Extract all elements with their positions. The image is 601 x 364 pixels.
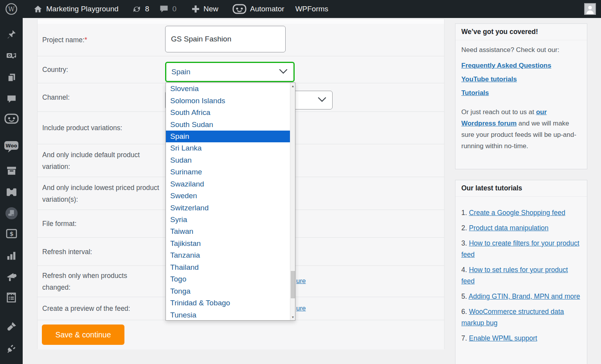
wpforms-menu[interactable]: WPForms [290, 0, 333, 18]
receipt-badge-icon[interactable] [0, 207, 23, 219]
country-dropdown-list: Slovenia Solomon Islands South Africa So… [166, 82, 295, 321]
tutorials-box: Our latest tutorials 1. Create a Google … [455, 180, 587, 364]
help-box: We’ve got you covered! Need assistance? … [455, 23, 587, 169]
robot-icon [232, 4, 247, 14]
faq-link[interactable]: Frequently Asked Questions [461, 62, 581, 70]
country-option[interactable]: Swaziland [166, 178, 290, 190]
updates-count: 8 [145, 5, 149, 13]
country-option[interactable]: Slovenia [166, 83, 290, 95]
country-option[interactable]: South Sudan [166, 118, 290, 130]
help-box-title: We’ve got you covered! [455, 24, 587, 40]
country-option[interactable]: Taiwan [166, 226, 290, 237]
updates-menu[interactable]: 8 [127, 0, 155, 18]
site-menu[interactable]: Marketing Playground [28, 0, 124, 18]
money-icon[interactable]: $ [0, 228, 23, 239]
country-option[interactable]: Suriname [166, 166, 290, 178]
channel-label: Channel: [38, 91, 167, 103]
country-option-selected[interactable]: Spain [166, 131, 290, 142]
woo-icon[interactable]: Woo [0, 141, 23, 152]
country-option[interactable]: Sweden [166, 190, 290, 202]
country-option[interactable]: Tonga [166, 285, 290, 297]
megaphone-icon[interactable] [0, 271, 23, 283]
scroll-up-icon[interactable]: ▲ [290, 83, 295, 89]
comment-bubble-icon [159, 5, 169, 13]
feature-link-partial[interactable]: ure [296, 277, 306, 285]
country-option[interactable]: Tanzania [166, 249, 290, 261]
country-option[interactable]: Togo [166, 273, 290, 285]
project-name-label: Project name:* [38, 34, 167, 46]
help-intro-text: Need assistance? Check out our: [461, 46, 581, 54]
scroll-down-icon[interactable]: ▼ [290, 314, 295, 320]
country-option[interactable]: Sudan [166, 154, 290, 166]
bar-chart-icon[interactable] [0, 250, 23, 262]
dropdown-scrollbar[interactable]: ▲ ▼ [290, 83, 295, 320]
media-icon[interactable] [0, 50, 23, 62]
scrollbar-thumb[interactable] [291, 271, 295, 298]
feature-link-partial[interactable]: ure [296, 305, 306, 312]
automator-menu[interactable]: Automator [227, 0, 290, 18]
default-variation-label: And only include default product variati… [38, 149, 155, 172]
wordpress-logo-icon: W [5, 3, 18, 15]
tutorial-link[interactable]: Adding GTIN, Brand, MPN and more [469, 292, 580, 300]
tutorial-item: 1. Create a Google Shopping feed [461, 207, 581, 219]
home-icon [33, 4, 43, 14]
country-option[interactable]: Switzerland [166, 202, 290, 213]
plug-icon[interactable] [0, 342, 23, 354]
tutorial-link[interactable]: WooCommerce structured data markup bug [461, 308, 564, 327]
form-icon[interactable] [0, 292, 23, 303]
new-content-menu[interactable]: New [186, 0, 223, 18]
new-label: New [203, 5, 218, 13]
tutorial-item: 5. Adding GTIN, Brand, MPN and more [461, 291, 581, 302]
wordpress-logo-menu[interactable]: W [0, 0, 23, 18]
country-option[interactable]: Trinidad & Tobago [166, 297, 290, 309]
tutorial-link[interactable]: Create a Google Shopping feed [469, 209, 565, 217]
updates-icon [132, 5, 142, 14]
country-option[interactable]: Tunesia [166, 309, 290, 320]
country-option[interactable]: Tajikistan [166, 238, 290, 249]
pushpin-icon[interactable] [0, 28, 23, 40]
save-continue-button[interactable]: Save & continue [42, 325, 124, 345]
file-format-label: File format: [38, 218, 167, 230]
tutorial-item: 6. WooCommerce structured data markup bu… [461, 306, 581, 329]
country-option[interactable]: Sri Lanka [166, 142, 290, 154]
required-asterisk: * [85, 36, 87, 44]
tutorial-item: 2. Product data manipulation [461, 222, 581, 234]
tutorials-box-title: Our latest tutorials [455, 180, 587, 197]
tutorial-item: 3. How to create filters for your produc… [461, 238, 581, 260]
create-preview-label: Create a preview of the feed: [38, 303, 167, 314]
lowest-priced-label: And only include lowest priced product v… [38, 182, 167, 205]
svg-text:$: $ [9, 231, 13, 237]
plus-icon [191, 5, 200, 13]
country-options: Slovenia Solomon Islands South Africa So… [166, 83, 290, 320]
ticket-icon[interactable] [0, 186, 23, 198]
country-option[interactable]: South Africa [166, 107, 290, 118]
chevron-down-icon [279, 68, 288, 75]
country-select[interactable]: Spain [165, 62, 295, 82]
comments-menu[interactable]: 0 [154, 0, 182, 18]
archive-box-icon[interactable] [0, 165, 23, 176]
tutorial-link[interactable]: How to set rules for your product feed [461, 266, 568, 285]
tutorial-link[interactable]: How to create filters for your product f… [461, 239, 579, 258]
admin-side-menu: Woo $ [0, 18, 23, 364]
tutorial-item: 7. Enable WPML support [461, 333, 581, 344]
country-selected-value: Spain [166, 68, 191, 76]
admin-bar: W Marketing Playground 8 0 New [0, 0, 601, 18]
include-variations-label: Include product variations: [38, 122, 167, 134]
youtube-tutorials-link[interactable]: YouTube tutorials [461, 75, 581, 83]
tutorial-link[interactable]: Product data manipulation [469, 224, 548, 232]
paintbrush-icon[interactable] [0, 321, 23, 332]
project-name-input[interactable] [165, 26, 286, 52]
comments-count: 0 [172, 5, 176, 13]
user-avatar[interactable] [584, 3, 596, 15]
pages-icon[interactable] [0, 72, 23, 83]
chevron-down-icon [318, 97, 326, 104]
tutorial-link[interactable]: Enable WPML support [469, 334, 537, 342]
country-option[interactable]: Syria [166, 214, 290, 226]
wordpress-admin-page: W Marketing Playground 8 0 New [0, 0, 601, 364]
country-option[interactable]: Thailand [166, 262, 290, 273]
comments-icon[interactable] [0, 93, 23, 105]
robot-icon[interactable] [0, 113, 23, 125]
country-option[interactable]: Solomon Islands [166, 95, 290, 106]
tutorials-link[interactable]: Tutorials [461, 89, 581, 97]
wpforms-label: WPForms [295, 5, 328, 13]
